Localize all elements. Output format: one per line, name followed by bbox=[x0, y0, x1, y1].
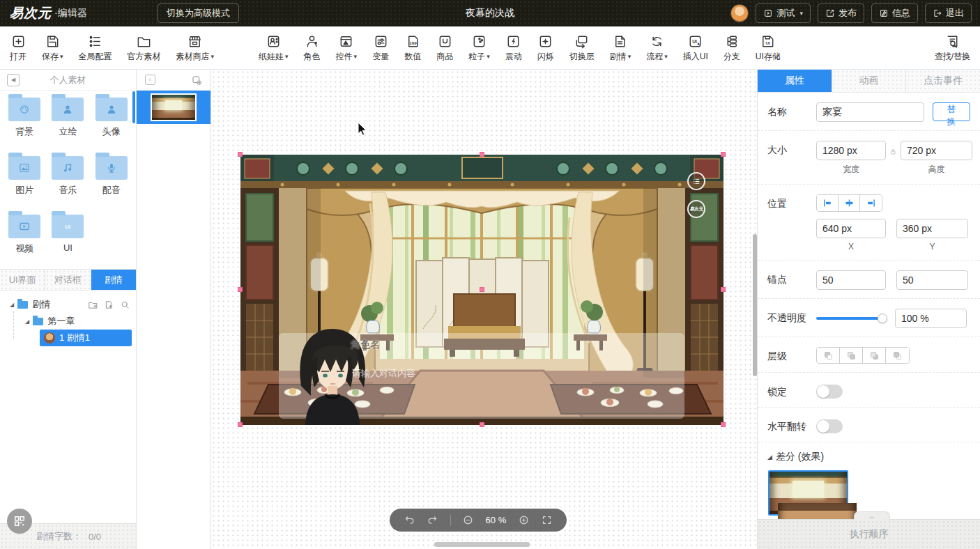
resize-handle-s[interactable] bbox=[480, 422, 484, 427]
expand-triangle-icon[interactable]: ◢ bbox=[25, 318, 29, 325]
asset-folder-images[interactable]: 图片 bbox=[3, 156, 46, 196]
zoom-in-icon[interactable] bbox=[518, 514, 530, 526]
info-button[interactable]: 信息 bbox=[871, 3, 918, 23]
frame-thumbnail bbox=[151, 93, 197, 121]
toolbar-story[interactable]: 剧情▾ bbox=[610, 33, 631, 63]
send-backward-button[interactable] bbox=[863, 348, 886, 363]
tab-dialog-box[interactable]: 对话框 bbox=[45, 270, 91, 290]
send-to-back-button[interactable] bbox=[886, 348, 909, 363]
toolbar-save[interactable]: 保存▾ bbox=[42, 33, 63, 63]
toolbar-branch[interactable]: 分支 bbox=[723, 33, 740, 63]
link-lock-icon[interactable] bbox=[889, 146, 897, 157]
toolbar-numeric[interactable]: 数值 bbox=[404, 33, 421, 63]
fullscreen-icon[interactable] bbox=[541, 514, 553, 526]
resize-handle-sw[interactable] bbox=[238, 422, 243, 427]
tree-scene-1[interactable]: 1 剧情1 bbox=[0, 330, 136, 346]
test-button[interactable]: 测试 ▾ bbox=[756, 3, 811, 23]
tab-properties[interactable]: 属性 bbox=[758, 70, 832, 92]
asset-folder-music[interactable]: 音乐 bbox=[46, 156, 89, 196]
search-icon[interactable] bbox=[120, 300, 130, 310]
vertical-scrollbar[interactable] bbox=[753, 234, 757, 376]
redo-icon[interactable] bbox=[427, 514, 438, 526]
asset-folder-sprites[interactable]: 立绘 bbox=[46, 98, 89, 138]
anchor-center-handle[interactable] bbox=[480, 287, 484, 292]
slider-knob[interactable] bbox=[878, 314, 887, 323]
opacity-slider[interactable] bbox=[816, 309, 886, 328]
exec-order-expand-chevron[interactable]: ︿ bbox=[854, 511, 890, 521]
tab-ui-interface[interactable]: UI界面 bbox=[0, 270, 45, 290]
toolbar-switch-layer[interactable]: 切换层 bbox=[569, 33, 595, 63]
expand-triangle-icon[interactable]: ◢ bbox=[10, 302, 14, 308]
lock-toggle[interactable] bbox=[816, 385, 843, 399]
switch-advanced-mode-button[interactable]: 切换为高级模式 bbox=[158, 3, 239, 23]
exit-button[interactable]: 退出 bbox=[925, 3, 972, 23]
flip-horizontal-toggle[interactable] bbox=[816, 419, 843, 433]
bring-to-front-button[interactable] bbox=[817, 348, 840, 363]
tab-animation[interactable]: 动画 bbox=[832, 70, 907, 92]
user-avatar[interactable] bbox=[730, 4, 749, 22]
goods-bag-icon bbox=[437, 33, 453, 49]
align-center-button[interactable] bbox=[839, 195, 860, 211]
toolbar-find-replace[interactable]: 查找/替换 bbox=[935, 33, 970, 63]
resize-handle-se[interactable] bbox=[721, 422, 726, 427]
bring-forward-button[interactable] bbox=[840, 348, 863, 363]
width-input[interactable] bbox=[816, 141, 886, 160]
resize-handle-nw[interactable] bbox=[238, 152, 243, 157]
resize-handle-n[interactable] bbox=[480, 152, 484, 157]
asset-folder-ui[interactable]: UIUI bbox=[46, 215, 89, 255]
execution-order-bar[interactable]: 执行顺序 bbox=[758, 519, 980, 549]
resize-handle-ne[interactable] bbox=[721, 152, 726, 157]
tab-story[interactable]: 剧情 bbox=[91, 270, 136, 290]
toolbar-ui-storage[interactable]: UI存储 bbox=[756, 33, 781, 63]
toolbar-insert-ui[interactable]: 插入UI bbox=[683, 33, 708, 63]
toolbar-shake[interactable]: 震动 bbox=[505, 33, 522, 63]
pos-x-input[interactable] bbox=[816, 219, 886, 238]
add-frame-icon[interactable] bbox=[191, 75, 202, 86]
asset-folder-portraits[interactable]: 头像 bbox=[90, 98, 133, 138]
toolbar-open[interactable]: 打开 bbox=[10, 33, 26, 63]
horizontal-scrollbar[interactable] bbox=[434, 542, 530, 547]
frame-item-selected[interactable] bbox=[137, 91, 210, 124]
name-input[interactable] bbox=[816, 102, 924, 122]
assets-scrollbar[interactable] bbox=[132, 91, 135, 123]
add-file-icon[interactable] bbox=[104, 300, 114, 310]
replace-button[interactable]: 替换 bbox=[933, 102, 970, 121]
opacity-input[interactable] bbox=[895, 309, 967, 328]
asset-folder-video[interactable]: 视频 bbox=[3, 215, 46, 255]
toolbar-asset-store[interactable]: 素材商店▾ bbox=[176, 33, 215, 63]
toolbar-official-assets[interactable]: 官方素材 bbox=[128, 33, 161, 63]
zoom-out-icon[interactable] bbox=[462, 514, 474, 526]
toolbar-goods[interactable]: 商品 bbox=[436, 33, 453, 63]
section-triangle-icon[interactable]: ◢ bbox=[767, 454, 772, 461]
align-right-button[interactable] bbox=[860, 195, 882, 211]
tree-chapter-1[interactable]: ◢ 第一章 bbox=[0, 313, 136, 330]
watermark-logo-button[interactable]: 易次元 bbox=[687, 200, 705, 218]
toolbar-paper-doll[interactable]: 纸娃娃▾ bbox=[259, 33, 289, 63]
align-left-button[interactable] bbox=[817, 195, 839, 211]
resize-handle-w[interactable] bbox=[238, 287, 243, 292]
height-input[interactable] bbox=[901, 141, 972, 160]
add-folder-icon[interactable] bbox=[88, 300, 98, 310]
anchor-x-input[interactable] bbox=[816, 270, 886, 290]
collapse-strip-icon[interactable] bbox=[145, 75, 155, 85]
toolbar-flow[interactable]: 流程▾ bbox=[646, 33, 668, 63]
preview-menu-button[interactable] bbox=[687, 172, 705, 190]
asset-folder-voice[interactable]: 配音 bbox=[90, 156, 133, 196]
qr-code-button[interactable] bbox=[7, 509, 32, 534]
anchor-y-input[interactable] bbox=[896, 270, 968, 290]
toolbar-variable[interactable]: 变量 bbox=[372, 33, 389, 63]
tree-root-story[interactable]: ◢ 剧情 bbox=[0, 296, 136, 313]
toolbar-particle[interactable]: 粒子▾ bbox=[468, 33, 490, 63]
pos-y-input[interactable] bbox=[896, 219, 968, 238]
resize-handle-e[interactable] bbox=[721, 287, 726, 292]
asset-folder-background[interactable]: 背景 bbox=[3, 98, 46, 138]
publish-button[interactable]: 发布 bbox=[818, 3, 864, 23]
toolbar-global-config[interactable]: 全局配置 bbox=[79, 33, 112, 63]
undo-icon[interactable] bbox=[404, 514, 415, 526]
toolbar-flash[interactable]: 闪烁 bbox=[537, 33, 554, 63]
mouse-cursor bbox=[358, 122, 369, 137]
toolbar-character[interactable]: 角色 bbox=[304, 33, 321, 63]
tab-click-events[interactable]: 点击事件 bbox=[906, 70, 980, 92]
toolbar-widget[interactable]: 控件▾ bbox=[336, 33, 358, 63]
canvas-area[interactable]: 角色名 请输入对话内容 易次元 bbox=[211, 70, 757, 549]
